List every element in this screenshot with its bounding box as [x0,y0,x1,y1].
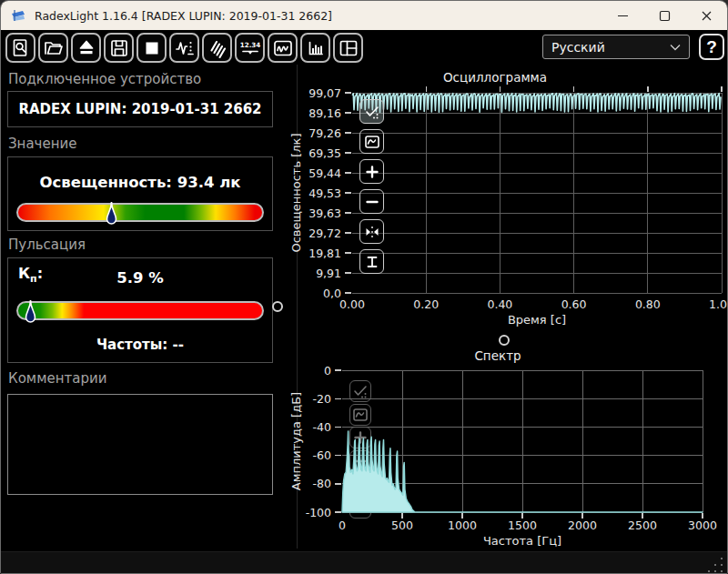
zoom-in-icon [363,163,381,181]
spectrum-ylabel: Амплитуда [дБ] [289,392,303,490]
spec-y-tick-label: -100 [306,506,331,519]
spec-y-tick-label: 0 [324,364,331,378]
oscillogram-chart[interactable]: ОсциллограммаОсвещенность [лк]0,09,9119,… [288,66,727,341]
chevron-down-icon [670,44,681,51]
osc-y-tick-label: 69,35 [308,146,341,160]
spec-y-tick-label: -40 [313,420,331,434]
osc-x-tick-label: 1.00 [709,297,727,311]
comments-input[interactable] [7,394,273,495]
osc-x-tick-label: 0.00 [339,297,365,311]
oscillogram-fit-curve-button[interactable] [359,129,384,154]
layout-panels-button[interactable] [333,33,363,63]
search-document-icon [10,37,32,59]
spec-x-tick-label: 3000 [688,519,717,532]
fit-horizontal-icon [363,223,381,241]
axis-settings-icon [363,103,381,121]
spectrum-view-button[interactable] [300,33,330,63]
close-button[interactable] [685,1,727,30]
help-button[interactable]: ? [699,34,724,60]
device-name: RADEX LUPIN: 2019-01-31 2662 [8,92,272,126]
spec-x-tick-label: 2500 [628,519,657,532]
measurement-settings-button[interactable] [169,33,199,63]
osc-y-tick-label: 0,0 [323,287,341,300]
numeric-display-button[interactable]: 12.34 [235,33,265,63]
oscillogram-icon [272,37,294,59]
device-box: RADEX LUPIN: 2019-01-31 2662 [7,91,273,127]
search-device-button[interactable] [5,33,35,63]
pulsation-section-header: Пульсация [8,237,86,253]
spec-x-tick-label: 1000 [448,519,477,532]
oscillogram-zoom-out-button[interactable] [359,189,384,214]
spec-y-tick-label: -20 [313,392,331,406]
left-splitter-handle[interactable] [272,301,283,312]
main-toolbar: 12.34 Русский [1,30,727,63]
minimize-button[interactable] [602,1,643,30]
value-box: Освещенность: 93.4 лк [7,156,273,231]
save-button[interactable] [104,33,134,63]
help-label: ? [706,37,717,57]
osc-y-tick-label: 99,07 [308,86,341,100]
osc-y-tick-label: 49,53 [308,186,341,200]
waveform-settings-icon [174,37,196,59]
zoom-out-icon [363,193,381,211]
fit-curve-icon [363,133,381,151]
frequencies-value: Частоты: -- [8,337,272,353]
pulsation-scale-bar [16,301,264,320]
status-bar [1,551,727,574]
pulsation-mode-button[interactable] [202,33,232,63]
illuminance-reading: Освещенность: 93.4 лк [8,174,272,191]
oscillogram-axis-settings-button[interactable] [359,99,384,124]
language-value: Русский [543,40,670,55]
title-bar: RadexLight 1.16.4 [RADEX LUPIN: 2019-01-… [1,1,727,30]
illuminance-marker [106,201,117,227]
osc-y-tick-label: 9,91 [316,267,341,280]
oscillogram-title: Осциллограмма [443,70,547,85]
open-folder-icon [43,37,65,59]
oscillogram-fit-vertical-button[interactable] [359,249,384,274]
numeric-icon-text: 12.34 [239,41,260,49]
spec-y-tick-label: -80 [313,477,331,490]
spec-x-tick-label: 0 [339,519,346,532]
maximize-button[interactable] [643,1,685,30]
resize-grip[interactable] [706,556,723,572]
pulsation-marker [25,299,36,326]
spec-y-tick-label: -60 [313,448,331,462]
stop-icon [141,37,163,59]
app-icon [11,8,27,23]
spectrum-icon [305,37,327,59]
eject-device-button[interactable] [71,33,101,63]
oscillogram-zoom-in-button[interactable] [359,159,384,184]
numeric-display-icon: 12.34 [239,37,261,59]
oscillogram-fit-horizontal-button[interactable] [359,219,384,244]
osc-y-tick-label: 19,81 [308,247,341,260]
osc-y-tick-label: 39,63 [308,206,341,220]
spectrum-title: Спектр [474,348,521,363]
illuminance-scale-bar [16,203,264,222]
oscillogram-chart-toolbar [359,99,384,279]
comments-section-header: Комментарии [8,370,106,387]
oscillogram-ylabel: Освещенность [лк] [289,133,303,252]
osc-y-tick-label: 59,44 [308,166,341,180]
osc-y-tick-label: 89,16 [308,106,341,120]
oscillogram-view-button[interactable] [268,33,298,63]
osc-x-tick-label: 0.20 [413,297,439,311]
spectrum-xlabel: Частота [Гц] [483,534,561,548]
kp-value: 5.9 % [8,269,272,287]
oscillogram-xlabel: Время [с] [508,313,566,327]
spec-x-tick-label: 500 [391,519,413,532]
device-section-header: Подключенное устройство [8,71,201,87]
app-window: RadexLight 1.16.4 [RADEX LUPIN: 2019-01-… [0,0,728,574]
stop-button[interactable] [136,33,167,63]
osc-y-tick-label: 29,72 [308,227,341,240]
fit-vertical-icon [363,253,381,271]
osc-x-tick-label: 0.60 [561,297,587,311]
pulsation-box: Кп: 5.9 % Частоты: -- [7,257,273,363]
layout-panels-icon [338,37,359,59]
spectrum-chart[interactable]: СпектрАмплитуда [дБ]0-20-40-60-80-100050… [288,347,727,549]
language-select[interactable]: Русский [542,35,690,59]
value-section-header: Значение [8,136,77,152]
open-file-button[interactable] [38,33,68,63]
spec-x-tick-label: 2000 [568,519,597,532]
osc-x-tick-label: 0.80 [635,297,661,311]
oscillogram-waveform [352,94,721,113]
